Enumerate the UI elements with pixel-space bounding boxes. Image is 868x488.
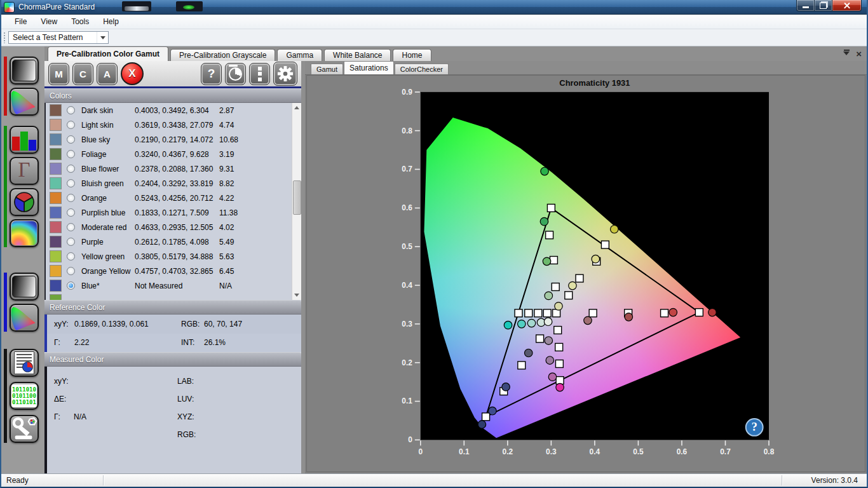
settings-button[interactable] [273, 62, 297, 86]
scroll-up-icon[interactable] [292, 103, 301, 112]
color-list-item[interactable]: Blue flower0.2378, 0.2088, 17.3609.31 [46, 161, 301, 176]
sidebar-item-gamut-pattern-2[interactable] [10, 304, 39, 332]
measure-a-button[interactable]: A [97, 63, 118, 85]
help-button[interactable]: ? [201, 63, 222, 85]
sidebar-item-grayscale-pattern-2[interactable] [10, 273, 39, 301]
measure-c-button[interactable]: C [72, 63, 93, 85]
main-tabstrip: Pre-Calibration Color GamutPre-Calibrati… [44, 46, 867, 61]
measured-point [504, 321, 512, 329]
sidebar-item-gamut-pattern[interactable] [10, 88, 39, 116]
tab-list-dropdown-icon[interactable] [843, 50, 850, 58]
title-bar[interactable]: ChormaPure Standard [1, 0, 867, 15]
colors-scrollbar[interactable] [292, 103, 301, 300]
color-radio[interactable] [67, 150, 75, 158]
measured-point [544, 318, 552, 326]
stop-measure-button[interactable]: X [121, 62, 144, 85]
color-radio[interactable] [67, 223, 75, 231]
options-button[interactable] [249, 63, 270, 85]
color-list-item[interactable]: Dark skin0.4003, 0.3492, 6.3042.87 [46, 103, 301, 118]
color-list-item[interactable]: Orange Yellow0.4757, 0.4703, 32.8656.45 [46, 264, 301, 278]
menu-item-help[interactable]: Help [96, 15, 126, 28]
color-radio[interactable] [67, 238, 75, 246]
chart-tab-colorchecker[interactable]: ColorChecker [395, 64, 449, 74]
chart-tab-saturations[interactable]: Saturations [344, 61, 394, 74]
color-radio[interactable] [67, 179, 75, 187]
color-list-item[interactable]: Yellow green0.3805, 0.5179, 34.8885.63 [46, 249, 301, 264]
sidebar-item-grayscale-pattern[interactable] [10, 57, 39, 85]
toolbar-grip[interactable] [3, 32, 6, 43]
tab-pre-calibration-grayscale[interactable]: Pre-Calibration Grayscale [170, 49, 275, 61]
menu-item-file[interactable]: File [8, 15, 34, 28]
tab-gamma[interactable]: Gamma [277, 49, 322, 61]
binary-data-icon: 101101001011000110101 [11, 384, 37, 407]
measured-label: Γ: [54, 412, 74, 421]
color-radio[interactable] [67, 165, 75, 173]
color-list-item[interactable]: Blue sky0.2190, 0.2179, 14.07210.68 [46, 132, 301, 147]
color-delta-e: 6.45 [219, 267, 234, 276]
color-list-item[interactable]: Light skin0.3619, 0.3438, 27.0794.74 [46, 118, 301, 132]
reference-xyY: xyY:0.1869, 0.1339, 0.061 [47, 315, 174, 334]
color-radio[interactable] [67, 106, 75, 114]
settings-gear-icon [277, 65, 294, 82]
color-list-item[interactable]: Blue*Not MeasuredN/A [46, 278, 301, 293]
menu-item-tools[interactable]: Tools [64, 15, 96, 28]
reference-point [554, 327, 562, 334]
chart-tab-gamut[interactable]: Gamut [311, 64, 343, 74]
measured-label: RGB: [177, 430, 197, 439]
minimize-button[interactable] [796, 0, 815, 11]
measured-point [569, 281, 577, 290]
color-list-item[interactable]: Purple0.2612, 0.1785, 4.0985.49 [46, 234, 301, 249]
scroll-down-icon[interactable] [292, 290, 301, 300]
reference-gamma-value: 2.22 [74, 338, 89, 347]
chart-help-button[interactable]: ? [746, 419, 763, 436]
sidebar-item-rgb-bars-pattern[interactable] [10, 126, 39, 154]
color-list-item[interactable]: Orange0.5243, 0.4256, 20.7124.22 [46, 191, 301, 205]
color-radio[interactable] [67, 267, 75, 275]
color-name: Purple [81, 238, 135, 247]
color-radio[interactable] [67, 252, 75, 261]
color-radio[interactable] [67, 121, 75, 129]
color-list-item[interactable]: Purplish blue0.1833, 0.1271, 7.50911.38 [46, 205, 301, 220]
color-radio[interactable] [67, 194, 75, 202]
measure-toolbar: MCAX? [44, 61, 301, 88]
color-delta-e: 4.22 [219, 194, 234, 203]
color-xyY-value: 0.2190, 0.2179, 14.072 [135, 135, 219, 144]
color-radio[interactable] [67, 135, 75, 144]
close-button[interactable] [832, 0, 862, 11]
color-radio[interactable] [67, 208, 75, 217]
sidebar-item-rainbow-pattern[interactable] [10, 219, 39, 247]
color-delta-e: 10.68 [219, 135, 238, 144]
color-list-item[interactable]: Moderate red0.4633, 0.2935, 12.5054.02 [46, 220, 301, 234]
sidebar-item-pie-pattern[interactable] [10, 188, 39, 216]
color-list-item[interactable]: Foliage0.3240, 0.4367, 9.6283.19 [46, 147, 301, 161]
menu-item-view[interactable]: View [34, 15, 64, 28]
x-tick-label: 0.1 [459, 447, 470, 456]
color-swatch [50, 177, 62, 189]
y-tick-label: 0.5 [402, 242, 412, 251]
maximize-button[interactable] [815, 0, 832, 11]
sidebar-item-report-tool[interactable] [10, 349, 39, 377]
measured-header-label: Measured Color [50, 355, 104, 364]
chevron-down-icon[interactable] [97, 32, 108, 43]
tab-close-icon[interactable]: × [856, 50, 862, 58]
sidebar-item-binary-tool[interactable]: 101101001011000110101 [10, 382, 39, 410]
tab-home[interactable]: Home [393, 49, 431, 61]
tab-white-balance[interactable]: White Balance [324, 49, 391, 61]
test-pattern-select[interactable]: Select a Test Pattern [8, 31, 109, 44]
tab-pre-calibration-color-gamut[interactable]: Pre-Calibration Color Gamut [48, 46, 168, 61]
measured-point [669, 308, 677, 316]
measured-label: LAB: [177, 377, 197, 386]
app-icon [4, 2, 15, 13]
measure-m-button[interactable]: M [48, 63, 69, 85]
color-radio-selected[interactable] [67, 281, 75, 290]
measured-point [527, 319, 536, 327]
sidebar-item-gamma-pattern[interactable]: Γ [10, 157, 39, 185]
color-delta-e: 9.31 [219, 165, 234, 173]
sidebar-item-meter-tool[interactable] [10, 415, 39, 443]
color-name: Blue flower [81, 165, 135, 173]
scrollbar-thumb[interactable] [293, 180, 301, 215]
color-swatch [50, 265, 62, 277]
color-list-item[interactable]: Bluish green0.2404, 0.3292, 33.8198.82 [46, 176, 301, 191]
grayscale-gradient-icon [12, 60, 36, 81]
timer-button[interactable] [225, 63, 246, 85]
